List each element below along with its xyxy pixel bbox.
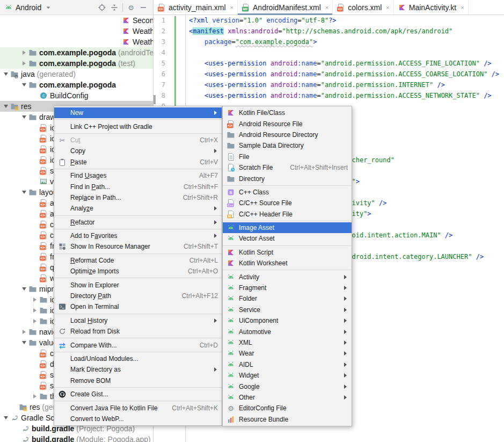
submenu-item-google[interactable]: Google [223, 381, 352, 392]
close-icon[interactable]: × [230, 4, 233, 11]
menu-item-local-history[interactable]: Local History [54, 315, 222, 326]
submenu-item-c-class[interactable]: SC++ Class [223, 187, 352, 198]
expanded-arrow-icon[interactable] [20, 287, 27, 291]
submenu-item-android-resource-directory[interactable]: Android Resource Directory [223, 129, 352, 140]
menu-item-reload-from-disk[interactable]: Reload from Disk [54, 326, 222, 337]
submenu-item-service[interactable]: Service [223, 305, 352, 315]
close-icon[interactable]: × [325, 4, 328, 11]
submenu-item-fragment[interactable]: Fragment [223, 282, 352, 293]
tab-activity-main-xml[interactable]: <>activity_main.xml× [154, 0, 238, 15]
gear-icon[interactable]: ⚙ [127, 3, 135, 12]
submenu-item-c-c-source-file[interactable]: C++C/C++ Source File [223, 198, 352, 208]
submenu-item-scratch-file[interactable]: Scratch FileCtrl+Alt+Shift+Insert [223, 162, 352, 173]
tree-row-com-example-pogoda[interactable]: com.example.pogoda (androidTest) [0, 47, 153, 58]
submenu-item-activity[interactable]: Activity [223, 271, 352, 282]
tab-mainactivity-kt[interactable]: MainActivity.kt× [394, 0, 469, 15]
collapse-icon[interactable] [110, 3, 119, 12]
submenu-item-kotlin-script[interactable]: Kotlin Script [223, 247, 352, 258]
menu-item-mark-directory-as[interactable]: Mark Directory as [54, 364, 222, 375]
menu-item-refactor[interactable]: Refactor [54, 217, 222, 228]
expanded-arrow-icon[interactable] [2, 73, 9, 76]
submenu-item-c-c-header-file[interactable]: HC/C++ Header File [223, 209, 352, 220]
menu-separator [54, 253, 222, 254]
expanded-arrow-icon[interactable] [20, 115, 27, 119]
submenu-item-uicomponent[interactable]: UiComponent [223, 315, 352, 326]
menu-item-label: Reload from Disk [70, 328, 120, 335]
tree-row-buildconfig[interactable]: cBuildConfig [0, 90, 153, 101]
collapsed-arrow-icon[interactable] [31, 308, 38, 313]
submenu-item-widget[interactable]: Widget [223, 370, 352, 381]
menu-item-add-to-favorites[interactable]: Add to Favorites [54, 230, 222, 241]
tab-colors-xml[interactable]: <>colors.xml× [333, 0, 393, 15]
tree-scrollbar-thumb[interactable] [154, 95, 156, 104]
line-number: 5 [154, 58, 165, 69]
submenu-item-resource-bundle[interactable]: Resource Bundle [223, 414, 352, 425]
submenu-item-vector-asset[interactable]: Vector Asset [223, 233, 352, 244]
xml-file-icon: <> [39, 371, 48, 379]
collapsed-arrow-icon[interactable] [20, 330, 27, 334]
hide-icon[interactable] [139, 3, 148, 12]
submenu-item-kotlin-file-class[interactable]: Kotlin File/Class [223, 107, 352, 118]
menu-item-link-c-project-with-gradle[interactable]: Link C++ Project with Gradle [54, 121, 222, 132]
menu-item-paste[interactable]: PasteCtrl+V [54, 157, 222, 168]
submenu-item-file[interactable]: File [223, 151, 352, 162]
expanded-arrow-icon[interactable] [20, 83, 27, 86]
menu-item-create-gist[interactable]: Create Gist... [54, 389, 222, 400]
menu-item-load-unload-modules[interactable]: Load/Unload Modules... [54, 353, 222, 364]
close-icon[interactable]: × [461, 4, 464, 11]
menu-item-show-in-explorer[interactable]: Show in Explorer [54, 279, 222, 290]
submenu-item-xml[interactable]: XML [223, 337, 352, 348]
menu-item-show-in-resource-manager[interactable]: Show In Resource ManagerCtrl+Shift+T [54, 241, 222, 252]
submenu-item-sample-data-directory[interactable]: Sample Data Directory [223, 140, 352, 151]
tab-label: MainActivity.kt [409, 3, 456, 12]
menu-item-find-usages[interactable]: Find UsagesAlt+F7 [54, 170, 222, 181]
submenu-item-automotive[interactable]: Automotive [223, 326, 352, 337]
submenu-item-other[interactable]: Other [223, 392, 352, 403]
menu-item-new[interactable]: New [54, 107, 222, 118]
tree-row-build-gradle[interactable]: build.gradle (Module: Pogoda.app) [0, 434, 153, 442]
submenu-item-android-resource-file[interactable]: <>Android Resource File [223, 118, 352, 129]
tree-row-com-example-pogoda[interactable]: com.example.pogoda [0, 79, 153, 90]
menu-item-analyze[interactable]: Analyze [54, 203, 222, 214]
tree-row-secondfragment[interactable]: SecondFragment [0, 15, 153, 26]
collapsed-arrow-icon[interactable] [31, 298, 38, 302]
collapsed-arrow-icon[interactable] [31, 319, 38, 323]
menu-item-compare-with[interactable]: Compare With...Ctrl+D [54, 339, 222, 350]
expanded-arrow-icon[interactable] [20, 191, 27, 194]
expanded-arrow-icon[interactable] [20, 341, 27, 344]
submenu-item-wear[interactable]: Wear [223, 348, 352, 359]
tab-androidmanifest-xml[interactable]: MFAndroidManifest.xml× [238, 0, 333, 15]
menu-item-directory-path[interactable]: Directory PathCtrl+Alt+F12 [54, 291, 222, 301]
collapsed-arrow-icon[interactable] [20, 61, 27, 66]
menu-item-cut[interactable]: ✂CutCtrl+X [54, 135, 222, 146]
menu-item-find-in-path[interactable]: Find in Path...Ctrl+Shift+F [54, 181, 222, 192]
submenu-item-aidl[interactable]: AIDL [223, 359, 352, 370]
submenu-item-folder[interactable]: Folder [223, 293, 352, 304]
tree-row-weather[interactable]: Weather [0, 26, 153, 37]
expanded-arrow-icon[interactable] [2, 416, 9, 419]
submenu-item-kotlin-worksheet[interactable]: Kotlin Worksheet [223, 258, 352, 269]
tree-row-weatheradapter[interactable]: WeatherAdapter [0, 37, 153, 47]
generated-folder-icon: ⚙ [10, 70, 19, 78]
tree-row-java[interactable]: ⚙java (generated) [0, 69, 153, 79]
menu-item-convert-to-webp[interactable]: Convert to WebP... [54, 414, 222, 424]
collapsed-arrow-icon[interactable] [31, 394, 38, 398]
submenu-item-directory[interactable]: Directory [223, 173, 352, 184]
menu-item-convert-java-file-to-kotlin-file[interactable]: Convert Java File to Kotlin FileCtrl+Alt… [54, 402, 222, 413]
xml-file-icon: <> [39, 360, 48, 368]
menu-item-copy[interactable]: Copy [54, 146, 222, 156]
menu-item-replace-in-path[interactable]: Replace in Path...Ctrl+Shift+R [54, 192, 222, 203]
menu-item-optimize-imports[interactable]: Optimize ImportsCtrl+Alt+O [54, 266, 222, 277]
target-icon[interactable] [98, 3, 106, 12]
menu-item-reformat-code[interactable]: Reformat CodeCtrl+Alt+L [54, 255, 222, 266]
icon-spacer [58, 267, 67, 276]
submenu-item-editorconfig-file[interactable]: ⚙EditorConfig File [223, 403, 352, 414]
menu-item-open-in-terminal[interactable]: Open in Terminal [54, 301, 222, 312]
project-view-selector[interactable]: Android [0, 3, 53, 12]
submenu-item-image-asset[interactable]: Image Asset [223, 222, 352, 233]
tree-row-com-example-pogoda[interactable]: com.example.pogoda (test) [0, 58, 153, 69]
close-icon[interactable]: × [386, 4, 389, 11]
expanded-arrow-icon[interactable] [2, 105, 9, 108]
menu-item-remove-bom[interactable]: Remove BOM [54, 375, 222, 386]
collapsed-arrow-icon[interactable] [20, 50, 27, 55]
